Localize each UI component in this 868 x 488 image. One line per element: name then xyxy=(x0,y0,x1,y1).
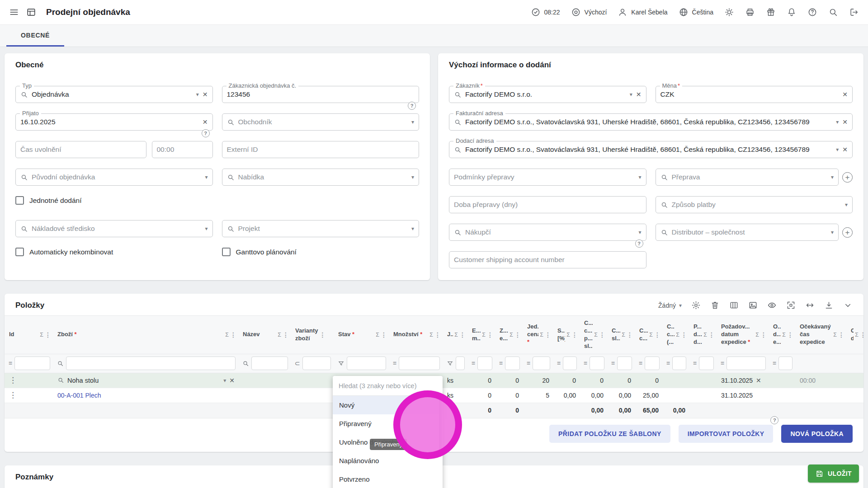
clear-icon[interactable]: ✕ xyxy=(842,146,848,153)
column-header-11[interactable]: C... c... p... sl...Σ⋮ xyxy=(580,316,607,354)
help-icon[interactable]: ? xyxy=(408,102,416,110)
column-menu-icon[interactable]: ⋮ xyxy=(381,331,387,338)
customer-order-number-field[interactable]: Zákaznická objednávka č. 123456 xyxy=(222,86,420,103)
column-menu-icon[interactable]: ⋮ xyxy=(787,331,793,338)
import-items-button[interactable]: IMPORTOVAT POLOŽKY xyxy=(679,425,774,443)
sigma-icon[interactable]: Σ xyxy=(782,332,786,338)
column-menu-icon[interactable]: ⋮ xyxy=(654,331,660,338)
project-field[interactable]: Projekt ▾ xyxy=(222,220,420,237)
column-menu-icon[interactable]: ⋮ xyxy=(838,331,844,338)
buyer-field[interactable]: Nákupčí ▾ xyxy=(449,224,646,241)
add-distributor-button[interactable]: + xyxy=(842,227,853,238)
checkbox[interactable] xyxy=(222,248,231,256)
sigma-icon[interactable]: Σ xyxy=(482,332,486,338)
filter-input-6[interactable] xyxy=(456,357,465,370)
sigma-icon[interactable]: Σ xyxy=(509,332,513,338)
clear-icon[interactable]: ✕ xyxy=(756,377,761,384)
resize-columns-button[interactable] xyxy=(805,300,815,310)
help-icon[interactable]: ? xyxy=(202,129,210,137)
dropdown-search-input[interactable] xyxy=(339,382,437,389)
dropdown-option-4[interactable]: Naplánováno xyxy=(333,451,443,470)
offer-field[interactable]: Nabídka ▾ xyxy=(222,169,420,186)
external-id-field[interactable]: Externí ID xyxy=(222,141,420,158)
received-date-field[interactable]: Přijato 16.10.2025 ✕ xyxy=(15,113,213,131)
column-header-2[interactable]: NázevΣ⋮ xyxy=(238,327,291,342)
chevron-down-icon[interactable]: ▾ xyxy=(205,225,208,232)
equals-operator-icon[interactable]: = xyxy=(527,360,530,367)
columns-button[interactable] xyxy=(729,300,739,310)
equals-operator-icon[interactable]: = xyxy=(693,360,697,367)
column-menu-icon[interactable]: ⋮ xyxy=(627,331,633,338)
original-order-field[interactable]: Původní objednávka ▾ xyxy=(15,169,213,186)
sigma-icon[interactable]: Σ xyxy=(225,332,229,338)
currency-field[interactable]: Měna* CZK ✕ xyxy=(656,86,853,103)
column-header-6[interactable]: J...Σ⋮ xyxy=(443,327,467,342)
chevron-down-icon[interactable]: ▾ xyxy=(411,174,414,180)
table-settings-button[interactable] xyxy=(691,300,701,310)
chevron-down-icon[interactable]: ▾ xyxy=(831,229,834,235)
tab-obecne[interactable]: OBECNÉ xyxy=(6,25,64,47)
print-button[interactable] xyxy=(745,7,755,17)
add-from-template-button[interactable]: PŘIDAT POLOŽKU ZE ŠABLONY xyxy=(549,425,670,443)
column-menu-icon[interactable]: ⋮ xyxy=(283,331,289,338)
row-menu-icon[interactable]: ⋮ xyxy=(9,376,14,384)
cost-center-field[interactable]: Nákladové středisko ▾ xyxy=(15,220,213,237)
column-header-14[interactable]: C... c... (...Σ⋮ xyxy=(662,319,689,350)
sigma-icon[interactable]: Σ xyxy=(855,332,859,338)
shipping-account-field[interactable]: ? Customer shipping account number xyxy=(449,251,646,268)
sigma-icon[interactable]: Σ xyxy=(833,332,837,338)
help-icon[interactable]: ? xyxy=(635,239,643,248)
help-icon[interactable]: ? xyxy=(770,416,778,424)
add-transport-button[interactable]: + xyxy=(842,172,853,183)
filter-input-0[interactable] xyxy=(14,357,50,370)
filter-input-13[interactable] xyxy=(645,357,660,370)
equals-operator-icon[interactable]: = xyxy=(721,360,724,367)
column-header-18[interactable]: Očekávaný čas expediceΣ⋮ xyxy=(795,319,846,350)
column-header-1[interactable]: Zboží *Σ⋮ xyxy=(53,327,238,342)
collapse-panel-button[interactable] xyxy=(843,300,853,310)
notifications-button[interactable] xyxy=(787,7,797,17)
search-button[interactable] xyxy=(828,7,838,17)
filter-input-1[interactable] xyxy=(66,357,236,370)
clear-icon[interactable]: ✕ xyxy=(636,91,642,98)
clear-icon[interactable]: ✕ xyxy=(842,91,848,98)
clear-icon[interactable]: ✕ xyxy=(203,91,208,98)
view-selector[interactable]: Výchozí xyxy=(571,7,607,17)
dropdown-option-5[interactable]: Potvrzeno xyxy=(333,470,443,488)
gallery-button[interactable] xyxy=(748,300,758,310)
chevron-down-icon[interactable]: ▾ xyxy=(411,119,414,125)
chevron-down-icon[interactable]: ▾ xyxy=(196,91,199,98)
equals-operator-icon[interactable]: = xyxy=(639,360,642,367)
gantt-checkbox-row[interactable]: Ganttovo plánování xyxy=(222,248,420,256)
sigma-icon[interactable]: Σ xyxy=(540,332,543,338)
chevron-down-icon[interactable]: ▾ xyxy=(845,202,848,208)
column-header-15[interactable]: P... d... d...Σ⋮ xyxy=(689,319,717,350)
logout-button[interactable] xyxy=(849,7,859,17)
column-menu-icon[interactable]: ⋮ xyxy=(760,331,767,338)
chevron-down-icon[interactable]: ▾ xyxy=(411,225,414,232)
filter-input-4[interactable] xyxy=(347,357,386,370)
chevron-down-icon[interactable]: ▾ xyxy=(831,174,834,180)
fit-screen-button[interactable] xyxy=(786,300,796,310)
column-header-12[interactable]: C... sl...Σ⋮ xyxy=(607,324,635,346)
filter-input-8[interactable] xyxy=(505,357,520,370)
sigma-icon[interactable]: Σ xyxy=(40,332,43,338)
theme-toggle-button[interactable] xyxy=(724,7,734,17)
column-header-5[interactable]: Množství *Σ⋮ xyxy=(389,327,443,342)
new-item-button[interactable]: NOVÁ POLOŽKA xyxy=(781,425,853,443)
chevron-down-icon[interactable]: ▾ xyxy=(836,119,839,125)
item-editor-value[interactable]: Noha stolu xyxy=(67,377,220,384)
filter-input-12[interactable] xyxy=(617,357,632,370)
language-menu[interactable]: Čeština xyxy=(679,7,713,17)
delete-rows-button[interactable] xyxy=(710,300,720,310)
column-menu-icon[interactable]: ⋮ xyxy=(459,331,466,338)
equals-operator-icon[interactable]: = xyxy=(584,360,587,367)
column-menu-icon[interactable]: ⋮ xyxy=(599,331,605,338)
release-clock-field[interactable]: ? 00:00 xyxy=(152,141,213,158)
equals-operator-icon[interactable]: = xyxy=(499,360,503,367)
item-link[interactable]: 00-A-001 Plech xyxy=(57,392,101,399)
column-menu-icon[interactable]: ⋮ xyxy=(230,331,236,338)
column-header-10[interactable]: S... [%]Σ⋮ xyxy=(553,324,580,346)
no-combine-checkbox-row[interactable]: Automaticky nekombinovat xyxy=(15,248,213,256)
dropdown-scrollbar[interactable] xyxy=(439,398,442,451)
